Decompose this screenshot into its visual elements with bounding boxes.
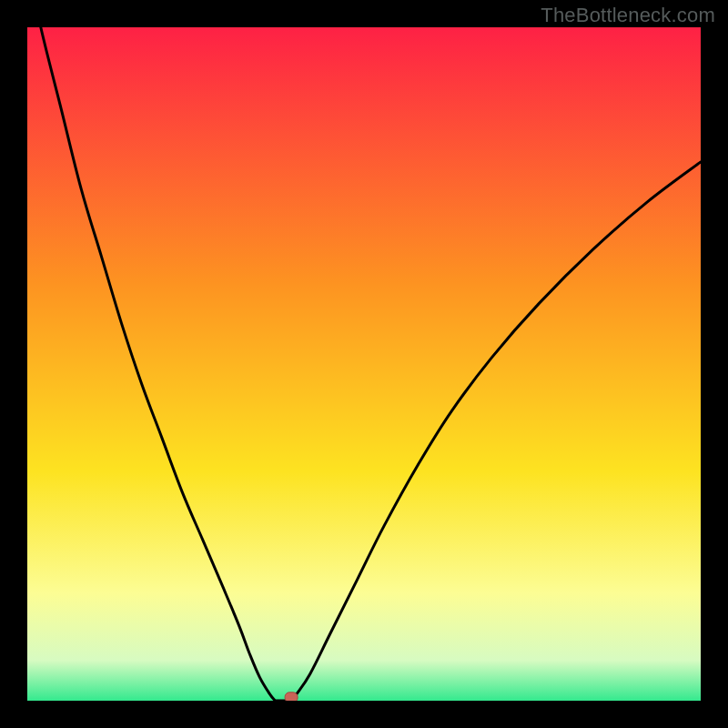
watermark-text: TheBottleneck.com	[541, 4, 715, 27]
gradient-background	[27, 27, 701, 701]
chart-svg	[27, 27, 701, 701]
optimal-marker-icon	[285, 693, 298, 701]
plot-area	[27, 27, 701, 701]
chart-frame: TheBottleneck.com	[0, 0, 728, 728]
